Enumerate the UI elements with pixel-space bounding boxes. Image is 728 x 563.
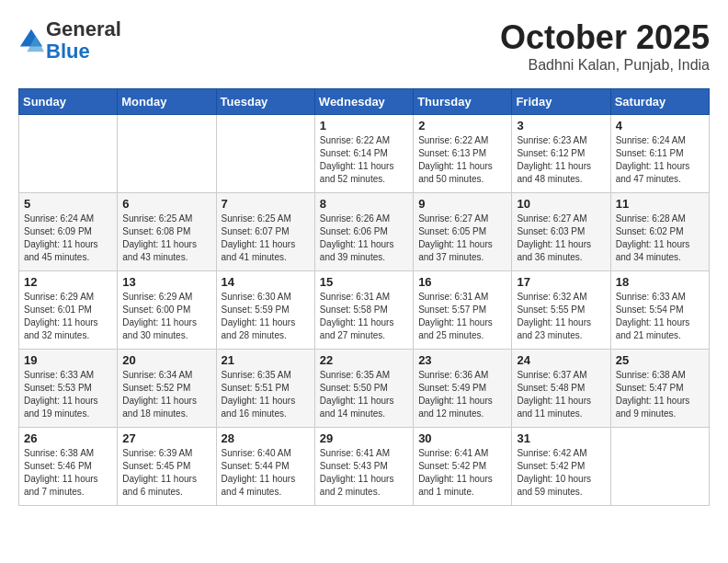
logo-text: General Blue — [46, 18, 121, 63]
calendar-cell — [216, 115, 314, 193]
calendar-cell: 9Sunrise: 6:27 AM Sunset: 6:05 PM Daylig… — [414, 193, 512, 271]
day-info: Sunrise: 6:42 AM Sunset: 5:42 PM Dayligh… — [517, 447, 605, 499]
day-number: 16 — [418, 275, 506, 289]
day-info: Sunrise: 6:22 AM Sunset: 6:14 PM Dayligh… — [320, 134, 408, 186]
calendar-cell: 28Sunrise: 6:40 AM Sunset: 5:44 PM Dayli… — [216, 428, 314, 506]
day-number: 31 — [517, 431, 605, 445]
calendar-cell: 25Sunrise: 6:38 AM Sunset: 5:47 PM Dayli… — [610, 350, 709, 428]
day-number: 30 — [418, 431, 506, 445]
day-info: Sunrise: 6:35 AM Sunset: 5:50 PM Dayligh… — [320, 369, 408, 420]
day-info: Sunrise: 6:27 AM Sunset: 6:03 PM Dayligh… — [517, 213, 605, 264]
day-number: 15 — [320, 275, 408, 289]
day-info: Sunrise: 6:28 AM Sunset: 6:02 PM Dayligh… — [616, 213, 704, 264]
calendar-week-row: 12Sunrise: 6:29 AM Sunset: 6:01 PM Dayli… — [19, 271, 710, 350]
day-info: Sunrise: 6:23 AM Sunset: 6:12 PM Dayligh… — [517, 134, 605, 186]
day-number: 17 — [517, 275, 605, 289]
day-number: 26 — [24, 431, 112, 445]
day-number: 18 — [616, 275, 704, 289]
calendar: SundayMondayTuesdayWednesdayThursdayFrid… — [18, 88, 710, 506]
weekday-header: Monday — [118, 89, 216, 115]
calendar-cell: 20Sunrise: 6:34 AM Sunset: 5:52 PM Dayli… — [118, 350, 216, 428]
day-info: Sunrise: 6:33 AM Sunset: 5:53 PM Dayligh… — [24, 369, 112, 420]
day-number: 3 — [517, 119, 605, 132]
calendar-cell: 5Sunrise: 6:24 AM Sunset: 6:09 PM Daylig… — [19, 193, 118, 271]
day-number: 13 — [122, 275, 210, 289]
month-title: October 2025 — [500, 18, 710, 57]
day-info: Sunrise: 6:41 AM Sunset: 5:43 PM Dayligh… — [320, 447, 408, 499]
day-number: 4 — [616, 119, 704, 132]
calendar-cell: 29Sunrise: 6:41 AM Sunset: 5:43 PM Dayli… — [314, 428, 413, 506]
calendar-cell: 30Sunrise: 6:41 AM Sunset: 5:42 PM Dayli… — [414, 428, 512, 506]
day-number: 25 — [616, 353, 704, 367]
calendar-cell — [19, 115, 118, 193]
calendar-cell: 23Sunrise: 6:36 AM Sunset: 5:49 PM Dayli… — [414, 350, 512, 428]
logo: General Blue — [18, 18, 121, 63]
weekday-header: Wednesday — [314, 89, 413, 115]
day-info: Sunrise: 6:40 AM Sunset: 5:44 PM Dayligh… — [222, 447, 310, 499]
logo-blue: Blue — [46, 40, 90, 63]
weekday-header: Thursday — [414, 89, 512, 115]
day-info: Sunrise: 6:24 AM Sunset: 6:09 PM Dayligh… — [24, 213, 112, 264]
day-number: 1 — [320, 119, 408, 132]
calendar-cell: 16Sunrise: 6:31 AM Sunset: 5:57 PM Dayli… — [414, 271, 512, 350]
weekday-header: Friday — [512, 89, 610, 115]
day-number: 29 — [320, 431, 408, 445]
day-number: 11 — [616, 197, 704, 211]
calendar-week-row: 26Sunrise: 6:38 AM Sunset: 5:46 PM Dayli… — [19, 428, 710, 506]
calendar-week-row: 19Sunrise: 6:33 AM Sunset: 5:53 PM Dayli… — [19, 350, 710, 428]
calendar-cell: 14Sunrise: 6:30 AM Sunset: 5:59 PM Dayli… — [216, 271, 314, 350]
day-number: 20 — [122, 353, 210, 367]
day-number: 14 — [222, 275, 310, 289]
day-info: Sunrise: 6:36 AM Sunset: 5:49 PM Dayligh… — [418, 369, 506, 420]
day-number: 2 — [418, 119, 506, 132]
calendar-cell: 21Sunrise: 6:35 AM Sunset: 5:51 PM Dayli… — [216, 350, 314, 428]
day-number: 24 — [517, 353, 605, 367]
day-info: Sunrise: 6:26 AM Sunset: 6:06 PM Dayligh… — [320, 213, 408, 264]
day-info: Sunrise: 6:22 AM Sunset: 6:13 PM Dayligh… — [418, 134, 506, 186]
calendar-cell: 1Sunrise: 6:22 AM Sunset: 6:14 PM Daylig… — [314, 115, 413, 193]
weekday-header: Saturday — [610, 89, 709, 115]
day-info: Sunrise: 6:25 AM Sunset: 6:08 PM Dayligh… — [122, 213, 210, 264]
calendar-cell — [610, 428, 709, 506]
location-title: Badhni Kalan, Punjab, India — [500, 57, 710, 74]
day-info: Sunrise: 6:39 AM Sunset: 5:45 PM Dayligh… — [122, 447, 210, 499]
weekday-header: Tuesday — [216, 89, 314, 115]
day-number: 8 — [320, 197, 408, 211]
day-number: 28 — [222, 431, 310, 445]
calendar-cell: 10Sunrise: 6:27 AM Sunset: 6:03 PM Dayli… — [512, 193, 610, 271]
calendar-cell: 22Sunrise: 6:35 AM Sunset: 5:50 PM Dayli… — [314, 350, 413, 428]
day-info: Sunrise: 6:31 AM Sunset: 5:58 PM Dayligh… — [320, 291, 408, 342]
day-info: Sunrise: 6:27 AM Sunset: 6:05 PM Dayligh… — [418, 213, 506, 264]
calendar-cell: 6Sunrise: 6:25 AM Sunset: 6:08 PM Daylig… — [118, 193, 216, 271]
calendar-cell: 8Sunrise: 6:26 AM Sunset: 6:06 PM Daylig… — [314, 193, 413, 271]
calendar-cell: 3Sunrise: 6:23 AM Sunset: 6:12 PM Daylig… — [512, 115, 610, 193]
day-info: Sunrise: 6:34 AM Sunset: 5:52 PM Dayligh… — [122, 369, 210, 420]
day-info: Sunrise: 6:38 AM Sunset: 5:46 PM Dayligh… — [24, 447, 112, 499]
calendar-cell: 11Sunrise: 6:28 AM Sunset: 6:02 PM Dayli… — [610, 193, 709, 271]
calendar-cell: 7Sunrise: 6:25 AM Sunset: 6:07 PM Daylig… — [216, 193, 314, 271]
day-info: Sunrise: 6:35 AM Sunset: 5:51 PM Dayligh… — [222, 369, 310, 420]
day-number: 7 — [222, 197, 310, 211]
day-info: Sunrise: 6:30 AM Sunset: 5:59 PM Dayligh… — [222, 291, 310, 342]
day-info: Sunrise: 6:24 AM Sunset: 6:11 PM Dayligh… — [616, 134, 704, 186]
day-number: 10 — [517, 197, 605, 211]
day-info: Sunrise: 6:37 AM Sunset: 5:48 PM Dayligh… — [517, 369, 605, 420]
day-info: Sunrise: 6:31 AM Sunset: 5:57 PM Dayligh… — [418, 291, 506, 342]
day-info: Sunrise: 6:29 AM Sunset: 6:01 PM Dayligh… — [24, 291, 112, 342]
calendar-cell: 2Sunrise: 6:22 AM Sunset: 6:13 PM Daylig… — [414, 115, 512, 193]
day-info: Sunrise: 6:33 AM Sunset: 5:54 PM Dayligh… — [616, 291, 704, 342]
weekday-header-row: SundayMondayTuesdayWednesdayThursdayFrid… — [19, 89, 710, 115]
day-info: Sunrise: 6:25 AM Sunset: 6:07 PM Dayligh… — [222, 213, 310, 264]
calendar-cell: 24Sunrise: 6:37 AM Sunset: 5:48 PM Dayli… — [512, 350, 610, 428]
logo-icon — [18, 28, 44, 53]
day-info: Sunrise: 6:41 AM Sunset: 5:42 PM Dayligh… — [418, 447, 506, 499]
day-number: 21 — [222, 353, 310, 367]
calendar-cell: 4Sunrise: 6:24 AM Sunset: 6:11 PM Daylig… — [610, 115, 709, 193]
day-number: 23 — [418, 353, 506, 367]
calendar-cell: 17Sunrise: 6:32 AM Sunset: 5:55 PM Dayli… — [512, 271, 610, 350]
calendar-cell: 31Sunrise: 6:42 AM Sunset: 5:42 PM Dayli… — [512, 428, 610, 506]
day-number: 6 — [122, 197, 210, 211]
day-number: 12 — [24, 275, 112, 289]
day-number: 27 — [122, 431, 210, 445]
calendar-week-row: 5Sunrise: 6:24 AM Sunset: 6:09 PM Daylig… — [19, 193, 710, 271]
